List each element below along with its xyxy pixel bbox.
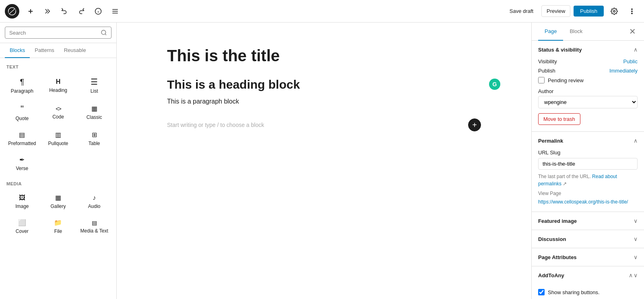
permalink-description: The last part of the URL. Read about per…	[538, 173, 638, 187]
featured-image-title: Featured image	[538, 218, 577, 224]
block-audio[interactable]: ♪ Audio	[77, 189, 111, 213]
featured-image-section: Featured image ∨	[532, 212, 644, 230]
status-visibility-section: Status & visibility ∧ Visibility Public …	[532, 41, 644, 132]
block-classic[interactable]: ▦ Classic	[77, 99, 111, 125]
tab-blocks[interactable]: Blocks	[5, 43, 30, 58]
pending-review-checkbox[interactable]	[538, 77, 545, 83]
featured-image-header[interactable]: Featured image ∨	[532, 212, 644, 230]
tab-block[interactable]: Block	[563, 23, 589, 41]
block-heading[interactable]: H Heading	[41, 73, 76, 98]
tab-patterns[interactable]: Patterns	[30, 43, 59, 58]
visibility-value[interactable]: Public	[623, 58, 638, 64]
blocks-content: TEXT ¶ Paragraph H Heading ☰ List	[0, 58, 116, 299]
url-slug-label: URL Slug	[538, 150, 638, 156]
block-paragraph[interactable]: ¶ Paragraph	[5, 73, 39, 98]
add-block-toolbar-button[interactable]	[23, 4, 38, 19]
toolbar-left	[5, 4, 503, 19]
block-quote[interactable]: " Quote	[5, 99, 39, 125]
right-panel: Page Block ✕ Status & visibility ∧ Visib…	[531, 23, 644, 299]
svg-point-11	[632, 13, 632, 14]
block-tabs: Blocks Patterns Reusable	[0, 43, 116, 58]
permalink-body: URL Slug The last part of the URL. Read …	[532, 150, 644, 212]
paragraph-label: Paragraph	[11, 88, 33, 94]
block-cover[interactable]: ⬜ Cover	[5, 214, 39, 238]
table-icon: ⊞	[92, 132, 97, 138]
settings-button[interactable]	[607, 4, 621, 19]
block-image[interactable]: 🖼 Image	[5, 189, 39, 213]
pullquote-label: Pullquote	[48, 141, 68, 146]
show-sharing-label: Show sharing buttons.	[548, 289, 600, 295]
addtoany-header[interactable]: AddToAny ∧ ∨	[532, 266, 644, 284]
cover-label: Cover	[16, 228, 29, 234]
author-select[interactable]: wpengine	[538, 96, 638, 108]
heading-block[interactable]: This is a heading block	[167, 78, 481, 91]
quote-icon: "	[21, 104, 24, 113]
grammarly-icon-heading[interactable]: G	[489, 79, 500, 90]
svg-point-8	[613, 10, 615, 12]
tools-button[interactable]	[40, 4, 55, 19]
block-gallery[interactable]: ▦ Gallery	[41, 189, 76, 213]
block-table[interactable]: ⊞ Table	[77, 127, 111, 150]
right-tabs-group: Page Block	[538, 23, 589, 40]
heading-icon: H	[56, 79, 61, 85]
gallery-label: Gallery	[50, 203, 66, 209]
toolbar: Save draft Preview Publish	[0, 0, 644, 23]
preview-button[interactable]: Preview	[541, 5, 570, 17]
visibility-label: Visibility	[538, 58, 557, 64]
pullquote-icon: ▥	[55, 132, 61, 138]
view-page-label: View Page	[538, 191, 638, 196]
discussion-section: Discussion ∨	[532, 230, 644, 248]
close-panel-button[interactable]: ✕	[627, 25, 638, 38]
block-verse[interactable]: ✒ Verse	[5, 152, 39, 175]
publish-button[interactable]: Publish	[574, 6, 604, 17]
show-sharing-checkbox[interactable]	[538, 289, 545, 295]
verse-label: Verse	[16, 166, 28, 171]
paragraph-block[interactable]: This is a paragraph block	[167, 98, 481, 105]
wp-logo-icon[interactable]	[5, 4, 19, 19]
classic-icon: ▦	[91, 106, 97, 112]
svg-point-9	[632, 8, 632, 9]
discussion-header[interactable]: Discussion ∨	[532, 230, 644, 248]
info-button[interactable]	[91, 4, 105, 19]
move-to-trash-button[interactable]: Move to trash	[538, 113, 580, 125]
classic-label: Classic	[87, 114, 102, 120]
file-label: File	[54, 228, 62, 234]
heading-label: Heading	[49, 87, 67, 93]
tab-reusable[interactable]: Reusable	[59, 43, 91, 58]
view-page-link[interactable]: https://www.cellospeak.org/this-is-the-t…	[538, 199, 628, 205]
block-file[interactable]: 📁 File	[41, 214, 76, 238]
url-slug-input[interactable]	[538, 158, 638, 170]
post-title[interactable]: This is the title	[167, 47, 481, 65]
cover-icon: ⬜	[18, 220, 26, 226]
add-new-block-button[interactable]: +	[468, 118, 481, 131]
block-list[interactable]: ☰ List	[77, 73, 111, 98]
block-code[interactable]: <> Code	[41, 99, 76, 125]
svg-point-10	[632, 10, 632, 11]
list-view-button[interactable]	[108, 4, 122, 19]
more-options-button[interactable]	[625, 4, 639, 19]
editor-area: This is the title This is a heading bloc…	[117, 23, 531, 299]
save-draft-button[interactable]: Save draft	[505, 6, 538, 17]
discussion-title: Discussion	[538, 236, 566, 242]
tab-page[interactable]: Page	[538, 23, 563, 41]
publish-value[interactable]: Immediately	[609, 68, 638, 74]
search-input[interactable]	[9, 30, 97, 36]
add-block-placeholder: Start writing or type / to choose a bloc…	[167, 115, 481, 135]
featured-image-chevron: ∨	[634, 218, 638, 224]
code-label: Code	[52, 114, 64, 120]
permalink-header[interactable]: Permalink ∧	[532, 132, 644, 150]
block-pullquote[interactable]: ▥ Pullquote	[41, 127, 76, 150]
author-label: Author	[538, 88, 553, 94]
publish-field-label: Publish	[538, 68, 555, 74]
status-visibility-header[interactable]: Status & visibility ∧	[532, 41, 644, 58]
media-section-label: MEDIA	[5, 181, 111, 186]
redo-button[interactable]	[74, 4, 89, 19]
page-attributes-header[interactable]: Page Attributes ∨	[532, 248, 644, 266]
status-visibility-chevron: ∧	[634, 46, 638, 53]
block-media-text[interactable]: ▤ Media & Text	[77, 214, 111, 238]
table-label: Table	[89, 141, 100, 146]
search-input-wrapper[interactable]	[5, 27, 111, 39]
pending-review-row: Pending review	[538, 77, 638, 83]
undo-button[interactable]	[57, 4, 72, 19]
block-preformatted[interactable]: ▤ Preformatted	[5, 127, 39, 150]
